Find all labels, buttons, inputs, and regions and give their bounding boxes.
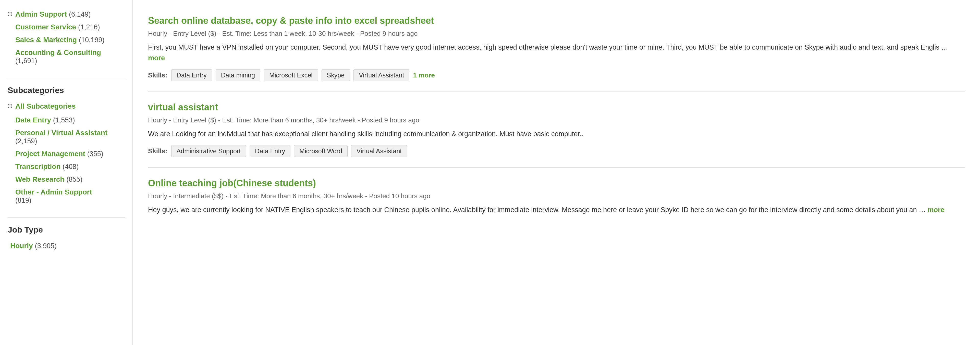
skill-tag-virtual-assistant-1[interactable]: Virtual Assistant bbox=[353, 69, 409, 81]
job-meta-1: Hourly - Entry Level ($) - Est. Time: Le… bbox=[148, 30, 965, 38]
divider-1 bbox=[8, 78, 125, 78]
category-sales-marketing[interactable]: Sales & Marketing (10,199) bbox=[15, 36, 125, 44]
job-type-section: Job Type Hourly (3,905) bbox=[8, 225, 125, 250]
skills-label-2: Skills: bbox=[148, 147, 168, 155]
subcategory-other-admin[interactable]: Other - Admin Support (819) bbox=[15, 188, 125, 204]
subcategory-link-project-management[interactable]: Project Management bbox=[15, 150, 85, 158]
job-title-1[interactable]: Search online database, copy & paste inf… bbox=[148, 15, 965, 26]
subcategory-link-other-admin[interactable]: Other - Admin Support bbox=[15, 188, 92, 196]
job-title-2[interactable]: virtual assistant bbox=[148, 102, 965, 113]
subcategory-data-entry[interactable]: Data Entry (1,553) bbox=[15, 116, 125, 124]
skill-tag-data-mining-1[interactable]: Data mining bbox=[216, 69, 260, 81]
skill-tag-virtual-assistant-2[interactable]: Virtual Assistant bbox=[351, 145, 407, 157]
subcategory-web-research[interactable]: Web Research (855) bbox=[15, 175, 125, 184]
subcategories-title: Subcategories bbox=[8, 86, 125, 95]
job-more-link-3[interactable]: more bbox=[928, 206, 945, 214]
subcategories-section: Subcategories All Subcategories Data Ent… bbox=[8, 86, 125, 204]
category-count-sales-marketing: (10,199) bbox=[79, 36, 105, 44]
sidebar: Admin Support (6,149) Customer Service (… bbox=[0, 0, 133, 345]
subcategory-link-web-research[interactable]: Web Research bbox=[15, 175, 64, 183]
subcategory-count-transcription: (408) bbox=[62, 163, 79, 171]
job-listing-2: virtual assistant Hourly - Entry Level (… bbox=[148, 92, 965, 168]
subcategory-link-all[interactable]: All Subcategories bbox=[15, 102, 76, 110]
subcategory-count-virtual-assistant: (2,159) bbox=[15, 137, 37, 145]
divider-2 bbox=[8, 217, 125, 217]
category-count-customer-service: (1,216) bbox=[78, 23, 100, 31]
category-link-admin-support[interactable]: Admin Support bbox=[15, 10, 67, 18]
skill-tag-admin-support-2[interactable]: Administrative Support bbox=[171, 145, 246, 157]
job-description-2: We are Looking for an individual that ha… bbox=[148, 129, 965, 139]
more-skills-link-1[interactable]: 1 more bbox=[413, 71, 434, 79]
subcategory-link-transcription[interactable]: Transcription bbox=[15, 163, 60, 171]
job-title-3[interactable]: Online teaching job(Chinese students) bbox=[148, 178, 965, 188]
category-accounting-consulting[interactable]: Accounting & Consulting (1,691) bbox=[15, 49, 125, 65]
job-skills-row-2: Skills: Administrative Support Data Entr… bbox=[148, 145, 965, 157]
category-count-accounting-consulting: (1,691) bbox=[15, 57, 37, 65]
categories-section: Admin Support (6,149) Customer Service (… bbox=[8, 10, 125, 65]
job-type-link-hourly[interactable]: Hourly bbox=[10, 242, 33, 250]
main-content: Search online database, copy & paste inf… bbox=[133, 0, 980, 345]
job-description-1: First, you MUST have a VPN installed on … bbox=[148, 42, 965, 64]
subcategory-all[interactable]: All Subcategories bbox=[8, 102, 125, 110]
job-type-title: Job Type bbox=[8, 225, 125, 235]
skill-tag-data-entry-2[interactable]: Data Entry bbox=[250, 145, 290, 157]
job-skills-row-1: Skills: Data Entry Data mining Microsoft… bbox=[148, 69, 965, 81]
skill-tag-skype-1[interactable]: Skype bbox=[321, 69, 350, 81]
job-type-count-hourly: (3,905) bbox=[35, 242, 57, 250]
skill-tag-data-entry-1[interactable]: Data Entry bbox=[171, 69, 212, 81]
subcategory-count-project-management: (355) bbox=[87, 150, 103, 158]
skills-label-1: Skills: bbox=[148, 71, 168, 79]
subcategory-link-data-entry[interactable]: Data Entry bbox=[15, 116, 51, 124]
job-listing-1: Search online database, copy & paste inf… bbox=[148, 5, 965, 92]
job-type-hourly[interactable]: Hourly (3,905) bbox=[8, 242, 125, 250]
job-listing-3: Online teaching job(Chinese students) Ho… bbox=[148, 168, 965, 231]
job-more-link-1[interactable]: more bbox=[148, 54, 165, 62]
category-link-customer-service[interactable]: Customer Service bbox=[15, 23, 76, 31]
subcategory-count-other-admin: (819) bbox=[15, 196, 32, 204]
job-description-3: Hey guys, we are currently looking for N… bbox=[148, 205, 965, 216]
active-bullet bbox=[8, 12, 12, 16]
category-link-sales-marketing[interactable]: Sales & Marketing bbox=[15, 36, 77, 44]
category-count-admin-support: (6,149) bbox=[69, 11, 91, 18]
category-customer-service[interactable]: Customer Service (1,216) bbox=[15, 23, 125, 31]
skill-tag-microsoft-word-2[interactable]: Microsoft Word bbox=[294, 145, 348, 157]
all-subcategories-bullet bbox=[8, 104, 12, 109]
skill-tag-microsoft-excel-1[interactable]: Microsoft Excel bbox=[264, 69, 318, 81]
job-meta-3: Hourly - Intermediate ($$) - Est. Time: … bbox=[148, 192, 965, 200]
category-admin-support[interactable]: Admin Support (6,149) bbox=[8, 10, 125, 18]
subcategory-count-web-research: (855) bbox=[66, 176, 83, 183]
subcategory-count-data-entry: (1,553) bbox=[53, 116, 75, 124]
subcategory-link-virtual-assistant[interactable]: Personal / Virtual Assistant bbox=[15, 129, 107, 137]
category-link-accounting-consulting[interactable]: Accounting & Consulting bbox=[15, 49, 101, 56]
subcategory-transcription[interactable]: Transcription (408) bbox=[15, 163, 125, 171]
job-meta-2: Hourly - Entry Level ($) - Est. Time: Mo… bbox=[148, 116, 965, 124]
subcategory-virtual-assistant[interactable]: Personal / Virtual Assistant (2,159) bbox=[15, 129, 125, 145]
subcategory-project-management[interactable]: Project Management (355) bbox=[15, 150, 125, 158]
